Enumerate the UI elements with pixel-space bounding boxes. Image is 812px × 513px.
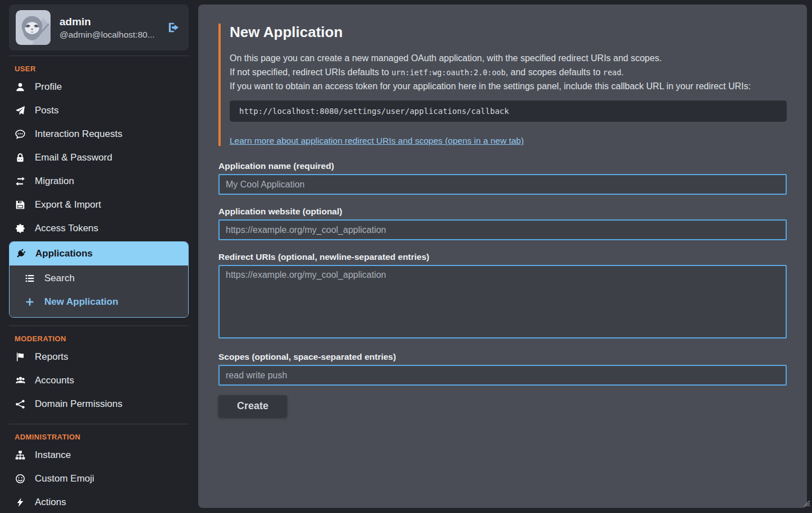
sidebar-item-email-password[interactable]: Email & Password: [9, 146, 189, 170]
page-title: New Application: [230, 24, 787, 41]
new-application-form: Application name (required) Application …: [218, 161, 787, 417]
sidebar-item-instance[interactable]: Instance: [9, 443, 189, 467]
sidebar-item-migration[interactable]: Migration: [9, 170, 189, 193]
user-icon: [15, 82, 26, 92]
certificate-icon: [15, 223, 26, 233]
user-name: admin: [60, 16, 154, 28]
application-website-input[interactable]: [218, 219, 787, 240]
sidebar-item-custom-emoji[interactable]: Custom Emoji: [9, 467, 189, 491]
sidebar-item-profile[interactable]: Profile: [9, 75, 189, 99]
share-nodes-icon: [15, 399, 26, 409]
applications-submenu: Search New Application: [10, 265, 188, 317]
sidebar-item-export-import[interactable]: Export & Import: [9, 193, 189, 217]
smiley-icon: [15, 474, 26, 484]
user-card[interactable]: admin @admin@localhost:80...: [9, 4, 189, 51]
lock-icon: [15, 153, 26, 163]
flag-icon: [15, 352, 26, 362]
sidebar: admin @admin@localhost:80... USER Profil…: [0, 0, 198, 513]
avatar: [16, 10, 51, 45]
floppy-disk-icon: [15, 200, 26, 210]
sidebar-item-label: Reports: [35, 351, 69, 363]
bolt-icon: [15, 497, 26, 507]
sidebar-item-label: New Application: [44, 296, 118, 308]
sidebar-item-domain-permissions[interactable]: Domain Permissions: [9, 392, 189, 416]
learn-more-link[interactable]: Learn more about application redirect UR…: [230, 136, 524, 146]
sidebar-item-label: Accounts: [35, 375, 74, 386]
scopes-input[interactable]: [218, 365, 787, 386]
redirect-uris-textarea[interactable]: [218, 265, 787, 338]
sidebar-item-interaction-requests[interactable]: Interaction Requests: [9, 122, 189, 146]
sidebar-item-label: Actions: [35, 497, 66, 508]
section-header-administration: ADMINISTRATION: [9, 433, 189, 441]
sidebar-item-label: Email & Password: [35, 152, 112, 163]
applications-group: Applications Search New Application: [9, 241, 189, 318]
sidebar-item-new-application[interactable]: New Application: [10, 290, 188, 314]
list-icon: [24, 273, 35, 283]
application-website-label: Application website (optional): [218, 207, 787, 217]
section-header-moderation: MODERATION: [9, 335, 189, 343]
divider: [9, 424, 189, 424]
section-header-user: USER: [9, 65, 189, 73]
divider: [9, 56, 189, 56]
intro-text: On this page you can create a new manage…: [230, 52, 787, 93]
sidebar-item-label: Access Tokens: [35, 223, 98, 234]
application-name-label: Application name (required): [218, 161, 787, 171]
sidebar-item-reports[interactable]: Reports: [9, 345, 189, 369]
inline-code-read: read: [603, 68, 622, 77]
intro-block: New Application On this page you can cre…: [218, 24, 787, 146]
main-panel: New Application On this page you can cre…: [198, 4, 807, 508]
sidebar-item-access-tokens[interactable]: Access Tokens: [9, 217, 189, 240]
logout-icon[interactable]: [167, 21, 180, 34]
sidebar-item-label: Export & Import: [35, 199, 101, 210]
paper-plane-icon: [15, 106, 26, 116]
exchange-arrows-icon: [15, 176, 26, 186]
plus-icon: [24, 297, 35, 307]
sidebar-item-accounts[interactable]: Accounts: [9, 369, 189, 392]
inline-code-oob: urn:ietf:wg:oauth:2.0:oob: [391, 68, 505, 77]
sidebar-item-label: Posts: [35, 105, 59, 116]
resize-grip-icon[interactable]: [802, 498, 810, 509]
sidebar-item-label: Domain Permissions: [35, 399, 122, 410]
sidebar-item-label: Instance: [35, 450, 71, 461]
sidebar-item-label: Migration: [35, 176, 74, 187]
user-handle: @admin@localhost:80...: [60, 30, 154, 40]
redirect-uris-label: Redirect URIs (optional, newline-separat…: [218, 252, 787, 262]
sidebar-item-label: Profile: [35, 81, 62, 93]
sidebar-item-search[interactable]: Search: [10, 267, 188, 290]
comment-dots-icon: [15, 129, 26, 139]
user-meta: admin @admin@localhost:80...: [60, 16, 154, 40]
scopes-label: Scopes (optional, space-separated entrie…: [218, 352, 787, 362]
divider: [9, 326, 189, 326]
sitemap-icon: [15, 450, 26, 460]
plug-icon: [15, 249, 26, 259]
sidebar-item-label: Applications: [35, 248, 93, 259]
sidebar-item-label: Custom Emoji: [35, 473, 94, 484]
sidebar-item-label: Search: [44, 273, 75, 284]
sidebar-item-applications[interactable]: Applications: [10, 242, 188, 265]
callback-url-code: http://localhost:8080/settings/user/appl…: [230, 100, 787, 122]
sidebar-item-label: Interaction Requests: [35, 129, 122, 140]
create-button[interactable]: Create: [218, 395, 287, 417]
users-icon: [15, 375, 26, 386]
application-name-input[interactable]: [218, 174, 787, 195]
sidebar-item-actions[interactable]: Actions: [9, 491, 189, 513]
sidebar-item-posts[interactable]: Posts: [9, 99, 189, 122]
